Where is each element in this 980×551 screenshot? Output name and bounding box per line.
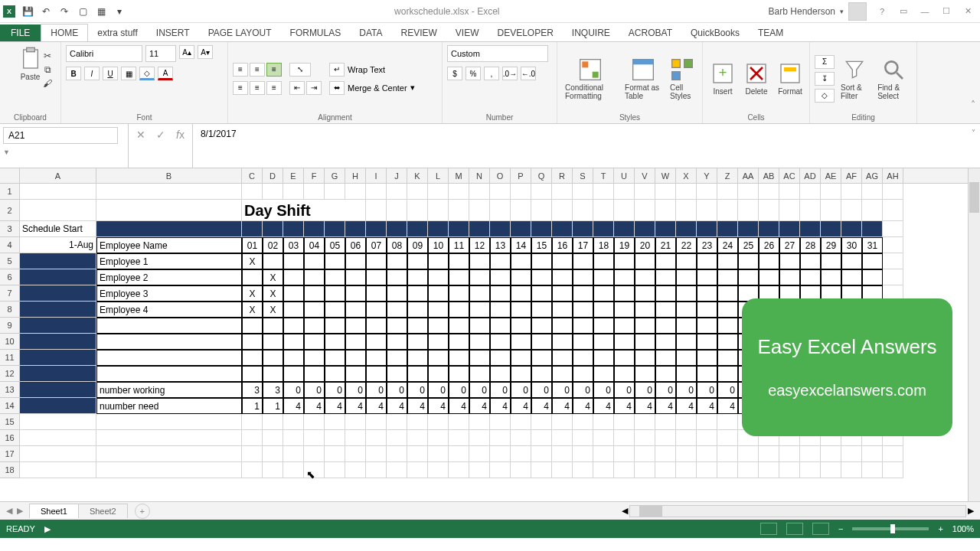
cell[interactable] bbox=[20, 462, 96, 478]
cell[interactable] bbox=[325, 269, 345, 285]
cell[interactable] bbox=[96, 334, 242, 350]
cell[interactable] bbox=[387, 302, 407, 318]
cell[interactable] bbox=[511, 200, 531, 221]
cell[interactable] bbox=[469, 334, 490, 350]
borders-button[interactable]: ▦ bbox=[121, 67, 136, 80]
cell[interactable] bbox=[511, 285, 531, 302]
cell[interactable] bbox=[20, 366, 96, 382]
cell[interactable] bbox=[449, 269, 469, 285]
cell[interactable] bbox=[697, 350, 717, 366]
cell[interactable] bbox=[304, 430, 325, 446]
column-header[interactable]: P bbox=[511, 168, 531, 183]
cell[interactable] bbox=[697, 269, 717, 285]
cell[interactable] bbox=[676, 414, 697, 430]
collapse-ribbon-icon[interactable]: ˄ bbox=[971, 99, 975, 110]
cell[interactable] bbox=[717, 414, 738, 430]
column-header[interactable]: N bbox=[469, 168, 490, 183]
cell[interactable] bbox=[263, 414, 283, 430]
cell[interactable]: 4 bbox=[428, 398, 449, 414]
cell[interactable] bbox=[717, 446, 738, 462]
cell[interactable] bbox=[283, 269, 304, 285]
cell[interactable]: Employee Name bbox=[96, 237, 242, 253]
column-header[interactable]: V bbox=[635, 168, 655, 183]
cell[interactable] bbox=[20, 318, 96, 334]
insert-cells-button[interactable]: +Insert bbox=[707, 60, 738, 97]
column-header[interactable]: K bbox=[407, 168, 428, 183]
cell[interactable] bbox=[366, 285, 387, 302]
cell[interactable] bbox=[469, 221, 490, 237]
cell[interactable] bbox=[531, 253, 552, 269]
cell[interactable] bbox=[387, 285, 407, 302]
row-header[interactable]: 17 bbox=[0, 446, 20, 462]
cell[interactable] bbox=[366, 446, 387, 462]
cell[interactable]: 4 bbox=[593, 398, 614, 414]
cell[interactable] bbox=[242, 446, 263, 462]
cell[interactable] bbox=[800, 253, 821, 269]
cell[interactable]: 0 bbox=[573, 382, 593, 398]
column-header[interactable]: M bbox=[449, 168, 469, 183]
cell[interactable] bbox=[531, 366, 552, 382]
cut-icon[interactable]: ✂ bbox=[41, 50, 54, 62]
cell[interactable] bbox=[283, 184, 304, 200]
cell[interactable] bbox=[738, 184, 759, 200]
column-header[interactable]: J bbox=[387, 168, 407, 183]
cell[interactable]: 28 bbox=[800, 237, 821, 253]
align-bottom-icon[interactable]: ≡ bbox=[266, 63, 282, 77]
cell[interactable] bbox=[511, 350, 531, 366]
cell[interactable] bbox=[531, 200, 552, 221]
cell[interactable] bbox=[593, 350, 614, 366]
cell[interactable] bbox=[779, 253, 800, 269]
cell[interactable] bbox=[511, 302, 531, 318]
cell[interactable] bbox=[697, 414, 717, 430]
cell[interactable]: 0 bbox=[531, 382, 552, 398]
cell[interactable] bbox=[841, 446, 862, 462]
cell[interactable] bbox=[449, 318, 469, 334]
increase-font-icon[interactable]: A▴ bbox=[179, 45, 194, 59]
cell[interactable] bbox=[717, 366, 738, 382]
cell[interactable] bbox=[469, 430, 490, 446]
cell[interactable] bbox=[325, 350, 345, 366]
bold-button[interactable]: B bbox=[66, 67, 81, 80]
cell[interactable] bbox=[387, 253, 407, 269]
cell[interactable] bbox=[635, 285, 655, 302]
cell[interactable]: 29 bbox=[821, 237, 841, 253]
cell[interactable] bbox=[387, 184, 407, 200]
cell[interactable]: 22 bbox=[676, 237, 697, 253]
cell[interactable] bbox=[366, 414, 387, 430]
cell[interactable] bbox=[821, 446, 841, 462]
cell[interactable] bbox=[841, 269, 862, 285]
cell[interactable] bbox=[717, 269, 738, 285]
cell[interactable] bbox=[800, 462, 821, 478]
cell[interactable]: 04 bbox=[304, 237, 325, 253]
vertical-scrollbar[interactable] bbox=[968, 168, 980, 501]
cell[interactable] bbox=[449, 462, 469, 478]
cell[interactable] bbox=[345, 366, 366, 382]
cell[interactable] bbox=[469, 285, 490, 302]
cell[interactable]: 07 bbox=[366, 237, 387, 253]
cell[interactable] bbox=[655, 414, 676, 430]
cell[interactable]: 4 bbox=[387, 398, 407, 414]
cell[interactable] bbox=[614, 253, 635, 269]
font-color-button[interactable]: A bbox=[158, 67, 173, 80]
format-painter-icon[interactable]: 🖌 bbox=[41, 77, 54, 90]
column-header[interactable]: W bbox=[655, 168, 676, 183]
cell[interactable]: 3 bbox=[242, 382, 263, 398]
cell[interactable]: 0 bbox=[717, 382, 738, 398]
cell[interactable] bbox=[511, 334, 531, 350]
ribbon-options-icon[interactable]: ▭ bbox=[894, 4, 913, 19]
cell[interactable] bbox=[531, 462, 552, 478]
row-header[interactable]: 10 bbox=[0, 334, 20, 350]
cell[interactable]: 26 bbox=[759, 237, 779, 253]
cell[interactable] bbox=[490, 285, 511, 302]
cell[interactable] bbox=[242, 318, 263, 334]
row-header[interactable]: 11 bbox=[0, 350, 20, 366]
user-name[interactable]: Barb Henderson bbox=[769, 6, 835, 17]
cell[interactable]: 4 bbox=[490, 398, 511, 414]
column-header[interactable]: Q bbox=[531, 168, 552, 183]
currency-icon[interactable]: $ bbox=[447, 67, 462, 80]
cell[interactable] bbox=[552, 269, 573, 285]
cell[interactable]: 0 bbox=[676, 382, 697, 398]
page-break-view-icon[interactable] bbox=[812, 523, 829, 535]
cell[interactable]: nuumber need bbox=[96, 398, 242, 414]
cell[interactable] bbox=[676, 200, 697, 221]
